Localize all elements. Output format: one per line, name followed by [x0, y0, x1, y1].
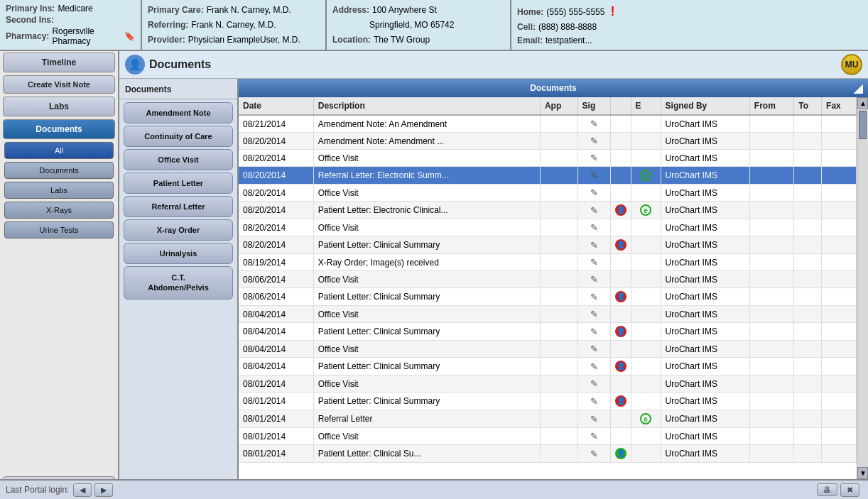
primary-ins-value: Medicare — [58, 4, 92, 13]
edit-icon[interactable]: ✎ — [590, 361, 598, 372]
cell-sig[interactable]: ✎ — [577, 133, 610, 150]
edit-icon[interactable]: ✎ — [590, 274, 598, 285]
cell-sig[interactable]: ✎ — [577, 393, 610, 410]
cell-from — [749, 306, 793, 323]
nav-sub-labs[interactable]: Labs — [4, 182, 114, 199]
doc-type-referral-letter[interactable]: Referral Letter — [124, 196, 233, 217]
doc-type-x-ray-order[interactable]: X-ray Order — [124, 219, 233, 241]
edit-icon[interactable]: ✎ — [590, 309, 598, 319]
doc-type-continuity-of-care[interactable]: Continuity of Care — [124, 126, 233, 147]
edit-icon[interactable]: ✎ — [590, 222, 598, 233]
table-row[interactable]: 08/20/2014Patient Letter: Electronic Cli… — [239, 202, 857, 219]
edit-icon[interactable]: ✎ — [590, 344, 598, 354]
table-row[interactable]: 08/01/2014Patient Letter: Clinical Su...… — [239, 445, 857, 463]
nav-create-visit-note[interactable]: Create Visit Note — [3, 75, 115, 94]
cell-app — [540, 358, 577, 375]
table-row[interactable]: 08/01/2014Office Visit✎UroChart IMS — [239, 375, 857, 393]
cell-date: 08/20/2014 — [239, 202, 313, 219]
table-row[interactable]: 08/04/2014Patient Letter: Clinical Summa… — [239, 323, 857, 341]
scroll-up-arrow[interactable]: ▲ — [857, 97, 868, 109]
table-row[interactable]: 08/04/2014Patient Letter: Clinical Summa… — [239, 358, 857, 375]
table-row[interactable]: 08/01/2014Office Visit✎UroChart IMS — [239, 428, 857, 445]
referring-label: Referring: — [148, 20, 188, 30]
edit-icon[interactable]: ✎ — [590, 153, 598, 163]
cell-sig[interactable]: ✎ — [577, 428, 610, 445]
edit-icon[interactable]: ✎ — [590, 431, 598, 442]
edit-icon[interactable]: ✎ — [590, 119, 598, 129]
table-row[interactable]: 08/06/2014Patient Letter: Clinical Summa… — [239, 288, 857, 306]
print-button[interactable]: 🖶 — [817, 483, 837, 496]
nav-sub-urine-tests[interactable]: Urine Tests — [4, 221, 114, 238]
doc-type-amendment-note[interactable]: Amendment Note — [124, 102, 233, 124]
edit-icon[interactable]: ✎ — [590, 187, 598, 198]
cell-sig[interactable]: ✎ — [577, 115, 610, 133]
doc-type-urinalysis[interactable]: Urinalysis — [124, 243, 233, 264]
table-row[interactable]: 08/20/2014Office Visit✎UroChart IMS — [239, 150, 857, 167]
scroll-down-arrow[interactable]: ▼ — [857, 467, 868, 479]
cell-status — [610, 115, 631, 133]
doc-type-patient-letter[interactable]: Patient Letter — [124, 172, 233, 194]
table-row[interactable]: 08/20/2014Amendment Note: Amendment ...✎… — [239, 133, 857, 150]
cell-sig[interactable]: ✎ — [577, 358, 610, 375]
cell-sig[interactable]: ✎ — [577, 445, 610, 463]
nav-sub-x-rays[interactable]: X-Rays — [4, 202, 114, 219]
cell-signed-by: UroChart IMS — [661, 185, 749, 202]
table-row[interactable]: 08/20/2014Referral Letter: Electronic Su… — [239, 167, 857, 185]
edit-icon[interactable]: ✎ — [590, 136, 598, 146]
documents-table-scroll[interactable]: Date Description App Sig E Signed By Fro… — [239, 97, 857, 479]
nav-sub-documents[interactable]: Documents — [4, 162, 114, 179]
content-area: 👤 Documents MU Documents Amendment Note … — [119, 51, 868, 479]
edit-icon[interactable]: ✎ — [590, 378, 598, 389]
alert-icon: ! — [610, 4, 614, 19]
edit-icon[interactable]: ✎ — [590, 170, 598, 181]
doc-type-office-visit[interactable]: Office Visit — [124, 149, 233, 170]
cell-sig[interactable]: ✎ — [577, 271, 610, 288]
close-button[interactable]: ✖ — [840, 483, 859, 497]
doc-type-ct-abdomen[interactable]: C.T.Abdomen/Pelvis — [124, 266, 233, 300]
table-row[interactable]: 08/20/2014Patient Letter: Clinical Summa… — [239, 236, 857, 254]
cell-sig[interactable]: ✎ — [577, 410, 610, 428]
nav-documents[interactable]: Documents — [3, 119, 115, 139]
cell-sig[interactable]: ✎ — [577, 254, 610, 271]
cell-sig[interactable]: ✎ — [577, 150, 610, 167]
cell-sig[interactable]: ✎ — [577, 288, 610, 306]
nav-timeline[interactable]: Timeline — [3, 53, 115, 72]
nav-forward-button[interactable]: ▶ — [94, 483, 113, 497]
table-row[interactable]: 08/01/2014Patient Letter: Clinical Summa… — [239, 393, 857, 410]
cell-sig[interactable]: ✎ — [577, 202, 610, 219]
table-row[interactable]: 08/04/2014Office Visit✎UroChart IMS — [239, 341, 857, 358]
table-row[interactable]: 08/01/2014Referral Letter✎eUroChart IMS — [239, 410, 857, 428]
cell-sig[interactable]: ✎ — [577, 306, 610, 323]
edit-icon[interactable]: ✎ — [590, 396, 598, 407]
table-row[interactable]: 08/20/2014Office Visit✎UroChart IMS — [239, 185, 857, 202]
cell-sig[interactable]: ✎ — [577, 375, 610, 393]
edit-icon[interactable]: ✎ — [590, 449, 598, 459]
cell-sig[interactable]: ✎ — [577, 323, 610, 341]
filter-icon[interactable]: ◢ — [854, 82, 862, 95]
vertical-scrollbar[interactable]: ▲ ▼ — [857, 97, 868, 479]
table-row[interactable]: 08/06/2014Office Visit✎UroChart IMS — [239, 271, 857, 288]
edit-icon[interactable]: ✎ — [590, 240, 598, 251]
documents-main-panel: Documents ◢ Date Description App — [239, 79, 868, 479]
edit-icon[interactable]: ✎ — [590, 205, 598, 216]
nav-back-button[interactable]: ◀ — [73, 483, 92, 497]
cell-sig[interactable]: ✎ — [577, 219, 610, 236]
edit-icon[interactable]: ✎ — [590, 257, 598, 268]
edit-icon[interactable]: ✎ — [590, 327, 598, 337]
edit-icon[interactable]: ✎ — [590, 292, 598, 302]
cell-sig[interactable]: ✎ — [577, 185, 610, 202]
nav-labs[interactable]: Labs — [3, 97, 115, 116]
cell-sig[interactable]: ✎ — [577, 341, 610, 358]
scroll-thumb[interactable] — [859, 111, 867, 139]
cell-to — [794, 133, 822, 150]
table-row[interactable]: 08/19/2014X-Ray Order; Image(s) received… — [239, 254, 857, 271]
cell-status — [610, 150, 631, 167]
table-row[interactable]: 08/21/2014Amendment Note: An Amendment✎U… — [239, 115, 857, 133]
cell-sig[interactable]: ✎ — [577, 236, 610, 254]
cell-sig[interactable]: ✎ — [577, 167, 610, 185]
table-row[interactable]: 08/04/2014Office Visit✎UroChart IMS — [239, 306, 857, 323]
cell-status — [610, 306, 631, 323]
edit-icon[interactable]: ✎ — [590, 414, 598, 424]
nav-sub-all[interactable]: All — [4, 142, 114, 159]
table-row[interactable]: 08/20/2014Office Visit✎UroChart IMS — [239, 219, 857, 236]
